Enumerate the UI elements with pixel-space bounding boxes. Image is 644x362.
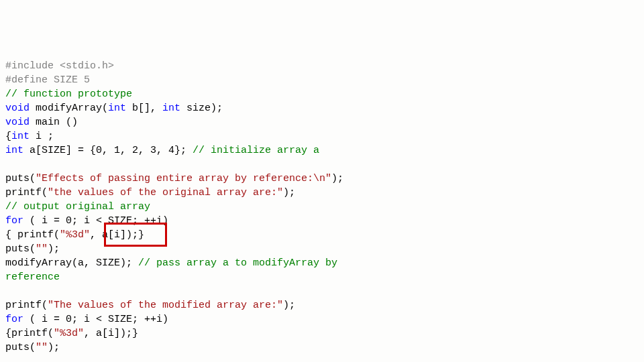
code-text: printf(	[5, 300, 48, 311]
keyword: for	[5, 215, 23, 227]
string-literal: "Effects of passing entire array by refe…	[36, 173, 331, 184]
code-block: #include <stdio.h> #define SIZE 5 // fun…	[5, 59, 639, 362]
string-literal: "The values of the modified array are:"	[48, 300, 283, 311]
string-literal: ""	[36, 243, 48, 255]
code-text: );	[48, 243, 60, 255]
code-text: , a[i]);}	[90, 229, 144, 241]
comment: // pass array a to modifyArray by	[138, 257, 343, 269]
code-text: {printf(	[5, 328, 54, 339]
code-text: i ;	[30, 131, 54, 142]
code-text: );	[331, 173, 343, 184]
preproc: #define	[5, 74, 48, 86]
code-text: { printf(	[5, 229, 60, 241]
keyword: void	[5, 117, 30, 128]
code-text: puts(	[5, 342, 36, 353]
string-literal: "%3d"	[60, 229, 90, 241]
brace: {	[5, 131, 11, 142]
string-literal: "the values of the original array are:"	[48, 187, 283, 198]
string-literal: "%3d"	[54, 328, 84, 339]
macro-def: SIZE 5	[48, 74, 90, 86]
code-text: ( i = 0; i < SIZE; ++i)	[23, 215, 168, 227]
code-text: b[],	[126, 103, 162, 114]
keyword: int	[108, 103, 126, 114]
code-text: );	[283, 187, 295, 198]
code-text: main ()	[30, 117, 78, 128]
include-header: <stdio.h>	[54, 60, 114, 72]
keyword: for	[5, 314, 23, 325]
code-text: );	[48, 342, 60, 353]
keyword: int	[11, 131, 30, 142]
preproc: #include	[5, 60, 54, 72]
comment: // output original array	[5, 201, 150, 213]
keyword: int	[162, 103, 180, 114]
code-text: a[SIZE] = {0, 1, 2, 3, 4};	[23, 145, 193, 156]
code-text: printf(	[5, 187, 48, 198]
code-text: );	[283, 300, 295, 311]
code-text: , a[i]);}	[84, 328, 138, 339]
code-text: size);	[180, 103, 223, 114]
keyword: void	[5, 103, 30, 114]
code-text: puts(	[5, 173, 36, 184]
code-text: ( i = 0; i < SIZE; ++i)	[23, 314, 168, 325]
keyword: int	[5, 145, 23, 156]
code-text: puts(	[5, 243, 36, 255]
string-literal: ""	[36, 342, 48, 353]
code-text: modifyArray(a, SIZE);	[5, 257, 138, 269]
comment: // initialize array a	[193, 145, 319, 156]
comment: // function prototype	[5, 88, 132, 100]
code-text: modifyArray(	[30, 103, 108, 114]
comment-continued: reference	[5, 272, 60, 283]
